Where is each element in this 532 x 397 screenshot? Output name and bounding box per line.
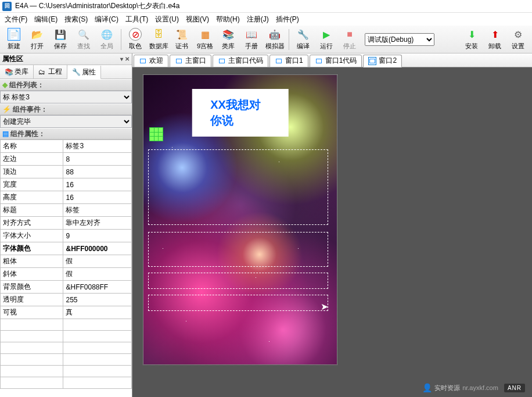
menu-设置(U)[interactable]: 设置(U) [152, 13, 182, 26]
panel-tab-工程[interactable]: 🗂工程 [34, 65, 67, 78]
tool-cert-button[interactable]: 📜证书 [170, 27, 193, 52]
menu-工具(T)[interactable]: 工具(T) [122, 13, 152, 26]
prop-row[interactable]: 透明度255 [1, 294, 132, 306]
menu-插件(P)[interactable]: 插件(P) [272, 13, 303, 26]
prop-row[interactable]: 对齐方式靠中左对齐 [1, 217, 132, 230]
tool-cancel-button[interactable]: ⊘取色 [124, 27, 147, 52]
prop-row[interactable]: 高度16 [1, 191, 132, 204]
prop-value[interactable]: 假 [63, 255, 132, 268]
tool-label: 运行 [320, 42, 333, 51]
tool-inst-button[interactable]: ⬇安装 [460, 27, 483, 52]
prop-row[interactable]: 字体大小9 [1, 230, 132, 242]
tool-comp-button[interactable]: 🔧编译 [292, 27, 315, 52]
tool-9g-button[interactable]: ▦9宫格 [193, 27, 217, 52]
build-mode-select[interactable]: 调试版(Debug) [365, 33, 434, 46]
prop-value[interactable]: 16 [63, 178, 132, 191]
tool-label: 模拟器 [265, 42, 285, 51]
prop-value[interactable]: 标签 [63, 204, 132, 217]
component-event-title: 组件事件： [13, 105, 48, 115]
selection-box-2[interactable] [148, 232, 328, 267]
panel-tab-属性[interactable]: 🔧属性 [67, 66, 101, 79]
tool-label: 9宫格 [197, 42, 213, 51]
prop-value[interactable]: &HFF0088FF [63, 281, 132, 294]
prop-row[interactable]: 背景颜色&HFF0088FF [1, 281, 132, 294]
property-grid[interactable]: 名称标签3左边8顶边88宽度16高度16标题标签对齐方式靠中左对齐字体大小9字体… [0, 140, 132, 389]
tool-book-button[interactable]: 📖手册 [240, 27, 263, 52]
panel-pin-close[interactable]: ▾ ✕ [120, 56, 130, 62]
tool-set-button[interactable]: ⚙设置 [506, 27, 530, 52]
editor-tab-主窗口代码[interactable]: 主窗口代码 [213, 55, 268, 67]
prop-row[interactable]: 可视真 [1, 306, 132, 319]
prop-value[interactable]: &HFF000000 [63, 242, 132, 255]
tab-label: 欢迎 [149, 56, 163, 66]
prop-value[interactable]: 真 [63, 306, 132, 319]
component-select[interactable]: 标 标签3 [0, 91, 132, 103]
prop-name: 粗体 [1, 255, 63, 268]
editor-tab-窗口2[interactable]: 窗口2 [363, 55, 402, 67]
tool-save-button[interactable]: 💾保存 [49, 27, 72, 52]
editor-tab-主窗口[interactable]: 主窗口 [170, 55, 211, 67]
panel-title: 属性区 ▾ ✕ [0, 53, 132, 65]
tool-emu-button[interactable]: 🤖模拟器 [263, 27, 286, 52]
event-select[interactable]: 创建完毕 [0, 115, 132, 128]
menu-搜索(S)[interactable]: 搜索(S) [61, 13, 91, 26]
component-props-header: ▤ 组件属性： [0, 128, 132, 140]
lightning-icon: ⚡ [2, 105, 11, 113]
tool-lib-button[interactable]: 📚类库 [217, 27, 240, 52]
grid-widget[interactable] [149, 127, 163, 141]
cursor-icon: ➤ [321, 301, 328, 312]
prop-row[interactable]: 标题标签 [1, 204, 132, 217]
emu-icon: 🤖 [268, 28, 281, 41]
prop-row[interactable]: 名称标签3 [1, 140, 132, 153]
window-icon [139, 57, 147, 65]
menu-帮助(H)[interactable]: 帮助(H) [213, 13, 243, 26]
tool-db-button[interactable]: 🗄数据库 [147, 27, 170, 52]
globe-icon: 🌐 [100, 28, 113, 41]
prop-row[interactable]: 顶边88 [1, 166, 132, 178]
new-icon: 📄 [8, 28, 20, 41]
app-icon: 回 [2, 2, 12, 11]
prop-row[interactable]: 字体颜色&HFF000000 [1, 242, 132, 255]
prop-value[interactable]: 假 [63, 268, 132, 281]
prop-value[interactable]: 16 [63, 191, 132, 204]
prop-value[interactable]: 8 [63, 153, 132, 166]
selection-box-4[interactable] [148, 295, 328, 311]
tab-label: 窗口1代码 [325, 56, 357, 66]
editor-tab-欢迎[interactable]: 欢迎 [134, 55, 168, 67]
selection-box-3[interactable] [148, 273, 328, 289]
design-canvas[interactable]: XX我想对你说 ➤ 👤 实时资源 nr.ayxkf.com ANR [132, 67, 532, 397]
editor-tab-窗口1代码[interactable]: 窗口1代码 [310, 55, 362, 67]
prop-row[interactable]: 粗体假 [1, 255, 132, 268]
menu-文件(F)[interactable]: 文件(F) [1, 13, 31, 26]
prop-name: 左边 [1, 153, 63, 166]
window-icon [315, 57, 323, 65]
prop-row[interactable]: 左边8 [1, 153, 132, 166]
tool-uninst-button[interactable]: ⬆卸载 [483, 27, 506, 52]
prop-icon: ▤ [2, 130, 9, 138]
menu-注册(J)[interactable]: 注册(J) [243, 13, 272, 26]
prop-name: 字体大小 [1, 230, 63, 242]
component-list-title: 组件列表： [9, 80, 44, 90]
prop-value[interactable]: 255 [63, 294, 132, 306]
menu-编译(C)[interactable]: 编译(C) [91, 13, 122, 26]
prop-value[interactable]: 靠中左对齐 [63, 217, 132, 230]
panel-tab-类库[interactable]: 📚类库 [0, 65, 34, 78]
menu-视图(V)[interactable]: 视图(V) [182, 13, 213, 26]
panel-tabs: 📚类库🗂工程🔧属性 [0, 65, 132, 79]
design-label[interactable]: XX我想对你说 [192, 89, 289, 137]
tool-new-button[interactable]: 📄新建 [2, 27, 26, 52]
titlebar: 回 E4A — C:\Users\Administrator\Desktop\七… [0, 0, 532, 13]
tool-open-button[interactable]: 📂打开 [26, 27, 49, 52]
prop-row[interactable]: 斜体假 [1, 268, 132, 281]
prop-row[interactable]: 宽度16 [1, 178, 132, 191]
inst-icon: ⬇ [465, 28, 478, 41]
tool-label: 证书 [175, 42, 188, 51]
tool-run-button[interactable]: ▶运行 [315, 27, 338, 52]
selection-box-1[interactable] [148, 149, 328, 225]
component-props-title: 组件属性： [10, 129, 45, 139]
prop-value[interactable]: 88 [63, 166, 132, 178]
prop-value[interactable]: 9 [63, 230, 132, 242]
editor-tab-窗口1[interactable]: 窗口1 [269, 55, 308, 67]
menu-编辑(E)[interactable]: 编辑(E) [31, 13, 61, 26]
prop-value[interactable]: 标签3 [63, 140, 132, 153]
